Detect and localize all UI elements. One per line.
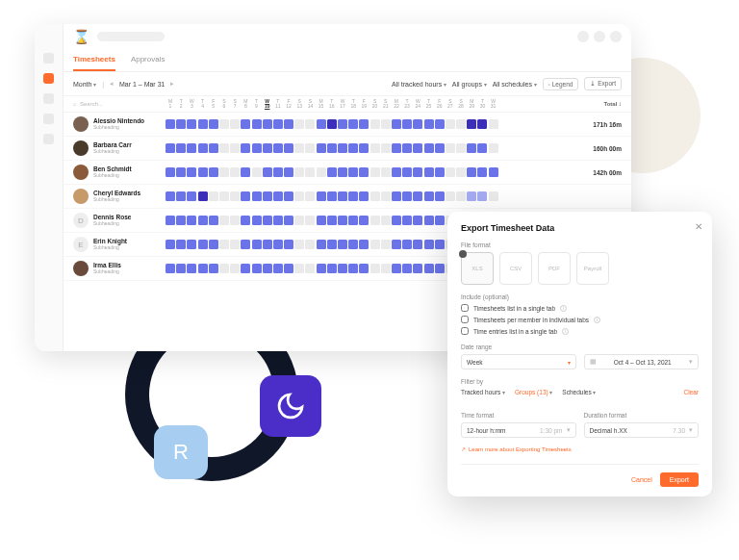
day-cell[interactable]	[166, 240, 175, 249]
day-cell[interactable]	[166, 191, 175, 201]
day-cell[interactable]	[477, 143, 487, 153]
day-cell[interactable]	[424, 240, 434, 249]
info-icon[interactable]: i	[560, 305, 567, 312]
day-cell[interactable]	[176, 167, 186, 177]
day-cell[interactable]	[467, 119, 476, 129]
day-cell[interactable]	[359, 119, 369, 129]
day-cell[interactable]	[456, 119, 466, 129]
day-cell[interactable]	[413, 167, 422, 177]
close-icon[interactable]: ✕	[695, 221, 702, 232]
day-cell[interactable]	[294, 191, 304, 201]
member-row[interactable]: Alessio NintendoSubheading171h 16m	[64, 113, 631, 137]
day-cell[interactable]	[273, 167, 283, 177]
day-cell[interactable]	[402, 240, 412, 249]
day-cell[interactable]	[219, 143, 229, 153]
tab-timesheets[interactable]: Timesheets	[73, 49, 115, 71]
day-cell[interactable]	[424, 119, 434, 129]
day-cell[interactable]	[230, 143, 240, 153]
day-cell[interactable]	[467, 167, 476, 177]
day-cell[interactable]	[284, 191, 293, 201]
tracked-hours-filter[interactable]: All tracked hours	[392, 81, 446, 88]
day-cell[interactable]	[241, 191, 250, 201]
day-cell[interactable]	[392, 191, 401, 201]
day-cell[interactable]	[252, 216, 262, 225]
day-cell[interactable]	[456, 143, 466, 153]
day-cell[interactable]	[241, 167, 250, 177]
day-cell[interactable]	[424, 143, 434, 153]
format-xls[interactable]: XLS	[461, 252, 494, 285]
prev-period-button[interactable]: ◂	[110, 80, 114, 88]
day-cell[interactable]	[359, 240, 369, 249]
day-cell[interactable]	[305, 167, 315, 177]
day-cell[interactable]	[284, 167, 293, 177]
day-cell[interactable]	[348, 143, 358, 153]
day-cell[interactable]	[370, 167, 380, 177]
legend-button[interactable]: ◦ Legend	[543, 78, 579, 90]
day-cell[interactable]	[402, 143, 412, 153]
day-cell[interactable]	[413, 191, 422, 201]
day-cell[interactable]	[348, 167, 358, 177]
day-cell[interactable]	[392, 119, 401, 129]
day-cell[interactable]	[273, 216, 283, 225]
day-cell[interactable]	[435, 216, 445, 225]
day-cell[interactable]	[198, 216, 208, 225]
member-row[interactable]: Ben SchmidtSubheading142h 00m	[64, 161, 631, 185]
day-cell[interactable]	[230, 167, 240, 177]
day-cell[interactable]	[273, 240, 283, 249]
day-cell[interactable]	[187, 240, 196, 249]
day-cell[interactable]	[435, 167, 445, 177]
day-cell[interactable]	[338, 264, 347, 273]
day-cell[interactable]	[359, 143, 369, 153]
export-confirm-button[interactable]: Export	[660, 472, 699, 487]
day-cell[interactable]	[381, 167, 391, 177]
day-cell[interactable]	[176, 191, 186, 201]
day-cell[interactable]	[219, 240, 229, 249]
day-cell[interactable]	[209, 143, 218, 153]
day-cell[interactable]	[284, 264, 293, 273]
day-cell[interactable]	[467, 191, 476, 201]
day-cell[interactable]	[435, 143, 445, 153]
date-range-picker[interactable]: ▦ Oct 4 – Oct 13, 2021 ▾	[584, 354, 700, 369]
member-search[interactable]: ⌕ Search...	[73, 101, 166, 107]
day-cell[interactable]	[435, 119, 445, 129]
member-row[interactable]: Cheryl EdwardsSubheading	[64, 185, 631, 209]
filter-tracked[interactable]: Tracked hours	[461, 389, 505, 395]
day-cell[interactable]	[294, 264, 304, 273]
day-cell[interactable]	[338, 143, 347, 153]
day-cell[interactable]	[166, 167, 175, 177]
info-icon[interactable]: i	[562, 328, 569, 335]
day-cell[interactable]	[230, 119, 240, 129]
schedules-filter[interactable]: All schedules	[493, 81, 537, 88]
day-cell[interactable]	[263, 264, 272, 273]
day-cell[interactable]	[273, 119, 283, 129]
day-cell[interactable]	[198, 143, 208, 153]
day-cell[interactable]	[219, 191, 229, 201]
day-cell[interactable]	[402, 191, 412, 201]
day-cell[interactable]	[467, 143, 476, 153]
day-cell[interactable]	[413, 119, 422, 129]
day-cell[interactable]	[284, 143, 293, 153]
day-cell[interactable]	[446, 167, 455, 177]
day-cell[interactable]	[187, 143, 196, 153]
day-cell[interactable]	[402, 264, 412, 273]
groups-filter[interactable]: All groups	[452, 81, 487, 88]
day-cell[interactable]	[392, 216, 401, 225]
format-pdf[interactable]: PDF	[538, 252, 571, 285]
topbar-dot[interactable]	[594, 31, 605, 42]
day-cell[interactable]	[294, 240, 304, 249]
day-cell[interactable]	[230, 191, 240, 201]
day-cell[interactable]	[273, 264, 283, 273]
filter-schedules[interactable]: Schedules	[562, 389, 596, 395]
day-cell[interactable]	[338, 191, 347, 201]
day-cell[interactable]	[294, 119, 304, 129]
day-cell[interactable]	[370, 143, 380, 153]
day-cell[interactable]	[252, 167, 262, 177]
day-cell[interactable]	[413, 143, 422, 153]
day-cell[interactable]	[348, 264, 358, 273]
member-row[interactable]: Barbara CarrSubheading160h 00m	[64, 137, 631, 161]
day-cell[interactable]	[489, 191, 498, 201]
day-cell[interactable]	[338, 240, 347, 249]
include-opt-0[interactable]: Timesheets list in a single tabi	[461, 304, 699, 312]
day-cell[interactable]	[166, 264, 175, 273]
day-cell[interactable]	[348, 119, 358, 129]
